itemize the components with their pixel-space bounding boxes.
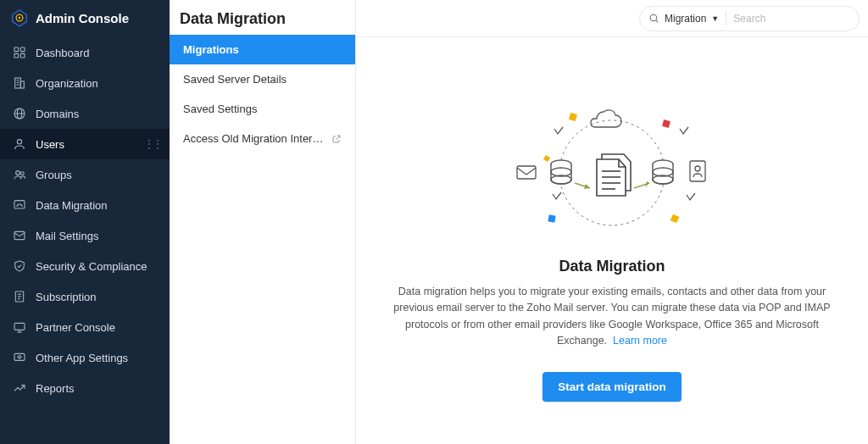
brand-logo-icon: [10, 8, 29, 27]
learn-more-link[interactable]: Learn more: [613, 335, 667, 347]
svg-point-2: [19, 17, 21, 19]
svg-rect-4: [20, 47, 25, 52]
mail-icon: [12, 228, 27, 243]
svg-rect-7: [15, 78, 21, 88]
sidebar-item-label: Users: [36, 138, 64, 151]
svg-rect-3: [14, 47, 19, 52]
divider: [726, 12, 726, 25]
svg-line-20: [20, 204, 23, 207]
sidebar-item-other-app-settings[interactable]: Other App Settings: [0, 342, 170, 373]
building-icon: [12, 75, 27, 91]
svg-rect-29: [14, 353, 25, 360]
svg-point-30: [18, 356, 20, 358]
page-title: Data Migration: [170, 0, 355, 35]
empty-state-text: Data migration helps you to migrate your…: [381, 284, 843, 350]
svg-rect-37: [670, 214, 680, 224]
svg-rect-34: [569, 113, 577, 121]
search-input[interactable]: [733, 13, 835, 25]
sidebar-item-label: Organization: [36, 77, 98, 90]
sidebar-item-label: Other App Settings: [36, 352, 128, 364]
users-icon: [12, 167, 27, 182]
sidebar-item-mail-settings[interactable]: Mail Settings: [0, 220, 170, 251]
svg-point-17: [20, 172, 24, 175]
sidebar-item-label: Domains: [36, 108, 79, 120]
svg-line-32: [656, 20, 658, 22]
sidebar-item-subscription[interactable]: Subscription: [0, 281, 170, 312]
sidebar-item-organization[interactable]: Organization: [0, 68, 170, 98]
settings-icon: [12, 350, 27, 365]
sidebar-item-domains[interactable]: Domains: [0, 98, 170, 129]
sidebar-item-label: Dashboard: [36, 47, 90, 59]
svg-point-16: [16, 171, 20, 175]
svg-rect-36: [548, 214, 555, 222]
subnav-item-migrations[interactable]: Migrations: [170, 35, 355, 64]
sidebar-item-partner-console[interactable]: Partner Console: [0, 312, 170, 342]
migration-icon: [12, 197, 27, 213]
sidebar-item-security[interactable]: Security & Compliance: [0, 251, 170, 281]
subnav: Migrations Saved Server Details Saved Se…: [170, 35, 355, 153]
subnav-item-label: Access Old Migration Interfa...: [183, 132, 325, 145]
sidebar-item-reports[interactable]: Reports: [0, 373, 170, 403]
reports-icon: [12, 380, 27, 396]
svg-point-31: [650, 14, 657, 21]
receipt-icon: [12, 289, 27, 304]
svg-marker-49: [584, 184, 590, 189]
subpanel: Data Migration Migrations Saved Server D…: [170, 0, 356, 444]
sidebar-item-label: Reports: [36, 382, 75, 395]
subnav-item-saved-settings[interactable]: Saved Settings: [170, 94, 355, 124]
sidebar-item-data-migration[interactable]: Data Migration: [0, 190, 170, 220]
subnav-item-old-interface[interactable]: Access Old Migration Interfa...: [170, 124, 355, 153]
shield-icon: [12, 258, 27, 274]
partner-icon: [12, 319, 27, 335]
svg-rect-6: [20, 53, 25, 58]
sidebar: Admin Console Dashboard Organization Dom…: [0, 0, 170, 444]
search-icon: [648, 13, 659, 24]
sidebar-item-users[interactable]: Users ⋮⋮: [0, 129, 170, 159]
migration-illustration: [502, 88, 722, 249]
sidebar-item-label: Partner Console: [36, 321, 115, 334]
svg-rect-5: [14, 53, 19, 58]
sidebar-item-label: Subscription: [36, 291, 97, 303]
drag-handle-icon: ⋮⋮: [144, 138, 161, 150]
dashboard-icon: [12, 45, 27, 60]
brand-title: Admin Console: [36, 11, 129, 25]
sidebar-item-label: Groups: [36, 169, 72, 181]
svg-point-15: [17, 140, 21, 144]
empty-state-title: Data Migration: [559, 258, 665, 275]
external-link-icon: [331, 134, 342, 144]
subnav-item-label: Saved Settings: [183, 103, 257, 115]
svg-rect-8: [20, 81, 24, 88]
svg-rect-35: [662, 119, 670, 128]
topbar: Migration ▼: [356, 0, 868, 37]
svg-rect-18: [14, 201, 25, 208]
content: Data Migration Data migration helps you …: [356, 37, 868, 444]
svg-rect-26: [14, 323, 25, 330]
sidebar-item-label: Data Migration: [36, 199, 108, 212]
main: Migration ▼: [356, 0, 868, 444]
sidebar-item-label: Security & Compliance: [36, 260, 147, 273]
svg-line-19: [17, 204, 19, 207]
search-scope-dropdown[interactable]: Migration ▼: [665, 13, 719, 25]
sidebar-item-groups[interactable]: Groups: [0, 159, 170, 190]
search-box[interactable]: Migration ▼: [639, 6, 860, 31]
caret-down-icon: ▼: [711, 14, 719, 23]
sidebar-item-dashboard[interactable]: Dashboard: [0, 37, 170, 68]
brand: Admin Console: [0, 0, 170, 34]
subnav-item-label: Migrations: [183, 43, 239, 56]
search-scope-label: Migration: [665, 13, 706, 25]
svg-rect-38: [543, 155, 550, 162]
start-migration-button[interactable]: Start data migration: [542, 372, 682, 402]
sidebar-nav: Dashboard Organization Domains Users ⋮⋮ …: [0, 34, 170, 403]
user-icon: [12, 136, 27, 152]
sidebar-item-label: Mail Settings: [36, 230, 98, 242]
subnav-item-label: Saved Server Details: [183, 73, 287, 86]
empty-state-body: Data migration helps you to migrate your…: [393, 286, 830, 347]
svg-rect-39: [517, 166, 536, 179]
globe-icon: [12, 106, 27, 121]
subnav-item-saved-server-details[interactable]: Saved Server Details: [170, 64, 355, 94]
